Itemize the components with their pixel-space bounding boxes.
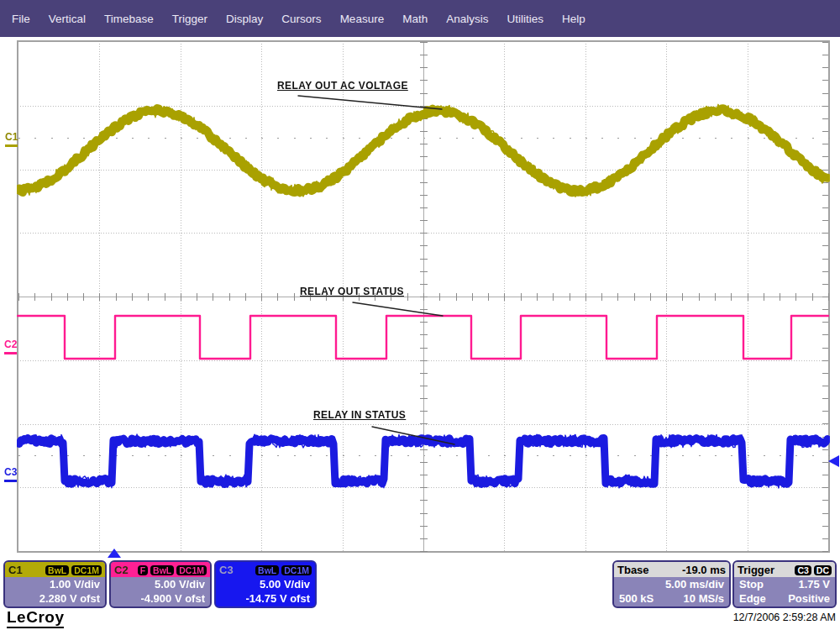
menu-item-vertical[interactable]: Vertical xyxy=(49,13,86,25)
menu-item-math[interactable]: Math xyxy=(402,13,428,25)
channel-marker-c3-level-dash xyxy=(4,480,17,482)
badge-bwl: BwL xyxy=(150,565,174,575)
channel-box-c1[interactable]: C1 BwLDC1M 1.00 V/div 2.280 V ofst xyxy=(3,560,107,608)
annotation-relay-out-ac-voltage: RELAY OUT AC VOLTAGE xyxy=(277,80,408,92)
badge-bwl: BwL xyxy=(255,565,279,575)
badge-dc1m: DC1M xyxy=(71,565,102,575)
annotation-relay-out-status: RELAY OUT STATUS xyxy=(300,286,404,297)
channel-box-c2-badges: FBwLDC1M xyxy=(135,564,207,576)
timebase-box-header: Tbase -19.0 ms xyxy=(614,562,729,577)
menu-item-measure[interactable]: Measure xyxy=(340,13,385,25)
channel-marker-c1[interactable]: C1 xyxy=(5,132,18,147)
menu-item-cursors[interactable]: Cursors xyxy=(281,13,321,25)
menu-item-display[interactable]: Display xyxy=(226,13,263,25)
trigger-level-marker[interactable] xyxy=(828,455,839,467)
channel-box-c1-id: C1 xyxy=(8,564,23,576)
menu-item-timebase[interactable]: Timebase xyxy=(104,13,154,25)
channel-marker-c3[interactable]: C3 xyxy=(4,467,17,482)
c1-offset: 2.280 V ofst xyxy=(39,592,100,605)
channel-marker-c3-label: C3 xyxy=(4,466,17,478)
channel-box-c3[interactable]: C3 BwLDC1M 5.00 V/div -14.75 V ofst xyxy=(214,560,317,608)
channel-box-c3-header: C3 BwLDC1M xyxy=(216,562,315,577)
c1-volts-per-div: 1.00 V/div xyxy=(50,578,100,591)
channel-marker-c2-label: C2 xyxy=(4,339,17,350)
time-per-div: 5.00 ms/div xyxy=(665,578,724,591)
menu-item-file[interactable]: File xyxy=(12,13,30,25)
c3-offset: -14.75 V ofst xyxy=(245,592,310,605)
menu-item-trigger[interactable]: Trigger xyxy=(172,13,207,25)
timebase-label: Tbase xyxy=(617,564,649,576)
annotation-relay-in-status: RELAY IN STATUS xyxy=(313,409,406,421)
trigger-box-header: Trigger C3DC xyxy=(734,562,835,577)
channel-box-c3-id: C3 xyxy=(219,564,234,576)
badge-bwl: BwL xyxy=(45,565,69,575)
channel-box-c3-badges: BwLDC1M xyxy=(253,564,312,576)
trigger-type: Edge xyxy=(739,592,766,605)
trigger-level: 1.75 V xyxy=(798,578,830,591)
channel-marker-c1-label: C1 xyxy=(5,131,18,143)
trigger-label: Trigger xyxy=(738,564,774,576)
c2-volts-per-div: 5.00 V/div xyxy=(155,578,205,591)
channel-box-c1-header: C1 BwLDC1M xyxy=(5,562,105,577)
channel-box-c2-id: C2 xyxy=(114,564,129,576)
channel-box-c1-badges: BwLDC1M xyxy=(43,564,102,576)
channel-marker-c2[interactable]: C2 xyxy=(4,339,17,354)
datetime: 12/7/2006 2:59:28 AM xyxy=(733,612,836,623)
trigger-position-marker[interactable] xyxy=(108,549,121,558)
menu-item-help[interactable]: Help xyxy=(562,13,585,25)
sample-rate: 10 MS/s xyxy=(684,592,724,605)
timebase-box[interactable]: Tbase -19.0 ms 5.00 ms/div 500 kS 10 MS/… xyxy=(612,560,731,608)
badge-dc: DC xyxy=(814,565,832,575)
menu-bar: FileVerticalTimebaseTriggerDisplayCursor… xyxy=(0,0,840,37)
badge-dc1m: DC1M xyxy=(281,565,312,575)
channel-box-c2[interactable]: C2 FBwLDC1M 5.00 V/div -4.900 V ofst xyxy=(109,560,212,608)
trigger-box-badges: C3DC xyxy=(792,564,832,576)
c3-volts-per-div: 5.00 V/div xyxy=(260,578,310,591)
lecroy-logo: LeCroy xyxy=(7,608,64,628)
sample-count: 500 kS xyxy=(619,592,654,605)
menu-item-analysis[interactable]: Analysis xyxy=(446,13,488,25)
channel-box-c2-header: C2 FBwLDC1M xyxy=(111,562,210,577)
badge-dc1m: DC1M xyxy=(176,565,207,575)
menu-item-utilities[interactable]: Utilities xyxy=(507,13,543,25)
c2-offset: -4.900 V ofst xyxy=(140,592,205,605)
timebase-delay: -19.0 ms xyxy=(682,564,726,576)
trigger-box[interactable]: Trigger C3DC Stop 1.75 V Edge Positive xyxy=(732,560,837,608)
trigger-slope: Positive xyxy=(788,592,830,605)
badge-f: F xyxy=(138,565,148,575)
channel-marker-c2-level-dash xyxy=(4,352,17,354)
channel-marker-c1-level-dash xyxy=(5,144,18,147)
trigger-mode: Stop xyxy=(739,578,764,591)
waveform-display xyxy=(17,40,830,553)
badge-c3: C3 xyxy=(795,565,811,575)
